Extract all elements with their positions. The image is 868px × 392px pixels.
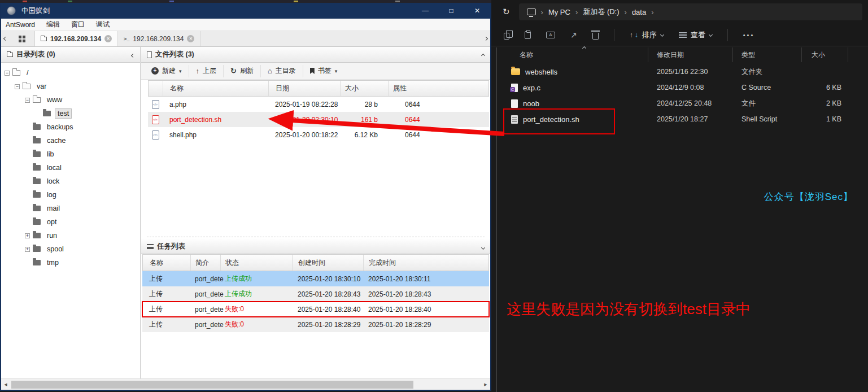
terminal-tab-icon: >_ — [124, 36, 129, 42]
tree-item-lib[interactable]: −lib — [1, 147, 140, 161]
explorer-name-cell: noob — [504, 99, 648, 108]
home-grid-button[interactable] — [10, 31, 35, 46]
tree-item-backups[interactable]: −backups — [1, 120, 140, 134]
maximize-button[interactable]: □ — [438, 3, 464, 19]
collapse-left-icon[interactable] — [132, 51, 134, 59]
scroll-left-icon[interactable]: ◀ — [1, 382, 10, 387]
bookmark-label: 书签 — [318, 66, 332, 76]
tab-terminal[interactable]: >_ 192.168.209.134 ✕ — [118, 31, 200, 46]
tree-item-spool[interactable]: +spool — [1, 242, 140, 256]
scrollbar-thumb[interactable] — [11, 381, 413, 389]
task-row[interactable]: 上传port_dete失败:02025-01-20 18:28:402025-0… — [142, 302, 489, 317]
tree-item-cache[interactable]: −cache — [1, 134, 140, 147]
tree-item-opt[interactable]: −opt — [1, 215, 140, 229]
directory-panel-header[interactable]: 目录列表 (0) — [1, 47, 140, 63]
share-icon[interactable]: ↗ — [570, 31, 577, 40]
icon-column-header[interactable] — [149, 81, 163, 96]
collapse-icon[interactable]: − — [5, 71, 10, 76]
minimize-button[interactable]: — — [412, 3, 438, 19]
tab-scroll-left-button[interactable] — [1, 31, 10, 46]
menu-edit[interactable]: 编辑 — [46, 20, 60, 29]
tree-item-mail[interactable]: −mail — [1, 202, 140, 215]
modified-column-header[interactable]: 修改日期 — [648, 47, 733, 62]
breadcrumb-my-pc[interactable]: My PC — [548, 8, 570, 16]
collapse-up-icon[interactable] — [482, 51, 485, 59]
tree-item-label: mail — [45, 204, 62, 213]
file-row[interactable]: port_detection.sh2025-01-20 02:30:10161 … — [148, 112, 489, 127]
tree-item-tmp[interactable]: −tmp — [1, 256, 140, 269]
folder-icon — [511, 68, 520, 75]
horizontal-scrollbar[interactable]: ◀ ▶ — [1, 378, 490, 390]
breadcrumb-data[interactable]: data — [632, 8, 646, 16]
antsword-titlebar[interactable]: 中国蚁剑 — □ ✕ — [1, 3, 490, 19]
tree-item-root[interactable]: −/ — [1, 66, 140, 80]
tree-item-local[interactable]: −local — [1, 161, 140, 175]
menu-antsword[interactable]: AntSword — [6, 21, 35, 29]
tree-item-www[interactable]: −www — [1, 93, 140, 107]
tree-item-run[interactable]: +run — [1, 229, 140, 242]
size-column-header[interactable]: 大小 — [802, 47, 848, 62]
tree-item-lock[interactable]: −lock — [1, 175, 140, 188]
size-column-header[interactable]: 大小 — [341, 81, 389, 96]
refresh-button[interactable]: ↻ 刷新 — [224, 65, 261, 77]
explorer-modified-cell: 2024/12/25 20:48 — [648, 99, 733, 107]
view-button[interactable]: 查看 — [679, 30, 712, 40]
home-dir-button[interactable]: ⌂ 主目录 — [261, 65, 303, 77]
refresh-icon[interactable]: ↻ — [503, 7, 510, 17]
expand-icon[interactable]: + — [25, 233, 30, 238]
refresh-icon: ↻ — [230, 67, 237, 75]
attr-column-header[interactable]: 属性 — [389, 81, 488, 96]
rename-icon[interactable]: A — [546, 32, 555, 38]
tree-item-log[interactable]: −log — [1, 188, 140, 202]
menu-window[interactable]: 窗口 — [71, 20, 85, 29]
breadcrumb[interactable]: › My PC › 新加卷 (D:) › data › — [519, 3, 862, 20]
panel-splitter[interactable] — [147, 237, 485, 237]
tab-close-icon[interactable]: ✕ — [104, 35, 112, 42]
collapse-down-icon[interactable] — [482, 243, 485, 251]
task-status-cell: 失败:0 — [220, 304, 292, 314]
task-created-cell: 2025-01-20 18:28:29 — [292, 321, 363, 329]
task-status-column-header[interactable]: 状态 — [221, 255, 293, 271]
file-toolbar: + 新建 ▾ ↑ 上层 ↻ 刷新 ⌂ 主目录 — [141, 63, 490, 80]
task-created-column-header[interactable]: 创建时间 — [293, 255, 364, 271]
task-desc-column-header[interactable]: 简介 — [191, 255, 221, 271]
name-column-header[interactable]: 名称 — [163, 81, 269, 96]
task-name-column-header[interactable]: 名称 — [143, 255, 191, 271]
tree-item-test[interactable]: −test — [1, 107, 140, 120]
collapse-icon[interactable]: − — [25, 98, 30, 103]
task-completed-column-header[interactable]: 完成时间 — [364, 255, 488, 271]
delete-icon[interactable] — [592, 33, 599, 40]
breadcrumb-drive-d[interactable]: 新加卷 (D:) — [583, 7, 619, 17]
menu-debug[interactable]: 调试 — [96, 20, 110, 29]
file-row[interactable]: a.php2025-01-19 08:22:2828 b0644 — [148, 97, 489, 112]
bookmark-button[interactable]: 书签 ▾ — [303, 65, 344, 77]
task-row[interactable]: 上传port_dete失败:02025-01-20 18:28:292025-0… — [142, 317, 489, 332]
explorer-file-row[interactable]: webshells2025/1/16 22:30文件夹 — [504, 64, 867, 80]
collapse-icon[interactable]: − — [15, 84, 20, 89]
file-panel-header[interactable]: 文件列表 (3) — [141, 47, 490, 63]
close-button[interactable]: ✕ — [464, 3, 490, 19]
paste-icon[interactable] — [525, 31, 531, 39]
new-button[interactable]: + 新建 ▾ — [145, 65, 189, 77]
date-column-header[interactable]: 日期 — [269, 81, 341, 96]
tab-file-manager[interactable]: 192.168.209.134 ✕ — [35, 31, 118, 46]
task-panel-header[interactable]: 任务列表 — [141, 239, 490, 254]
task-name-cell: 上传 — [142, 289, 190, 299]
explorer-left-scrollbar[interactable] — [496, 47, 497, 392]
more-options-button[interactable]: ••• — [743, 32, 755, 38]
file-row[interactable]: shell.php2025-01-20 00:18:226.12 Kb0644 — [148, 127, 489, 142]
tab-close-icon[interactable]: ✕ — [187, 35, 194, 42]
sort-button[interactable]: ↑↓ 排序 — [630, 30, 664, 40]
task-row[interactable]: 上传port_dete上传成功2025-01-20 18:28:432025-0… — [142, 286, 489, 302]
code-file-icon — [152, 115, 159, 124]
expand-icon[interactable]: + — [25, 247, 30, 252]
type-column-header[interactable]: 类型 — [733, 47, 802, 62]
tree-item-var[interactable]: −var — [1, 80, 140, 93]
task-row[interactable]: 上传port_dete上传成功2025-01-20 18:30:102025-0… — [142, 271, 489, 286]
tab-scroll-right-button[interactable] — [482, 31, 490, 46]
name-column-header[interactable]: 名称 — [504, 47, 648, 62]
scroll-right-icon[interactable]: ▶ — [481, 382, 490, 387]
up-level-button[interactable]: ↑ 上层 — [189, 65, 224, 77]
copy-icon[interactable] — [504, 33, 509, 40]
explorer-file-row[interactable]: exp.c2024/12/9 0:08C Source6 KB — [504, 80, 867, 95]
